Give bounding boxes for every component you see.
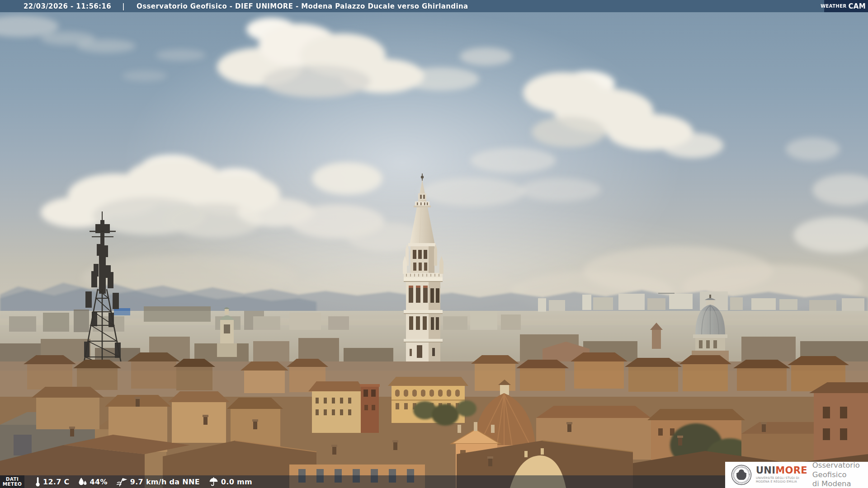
wind-stat: 9.7 km/h da NNE [116,477,200,487]
dati-meteo-label: DATI METEO [0,475,24,488]
unimore-uni: UNI [756,465,775,476]
humidity-drops-icon [77,477,88,487]
webcam-page: { "header": { "timestamp": "22/03/2026 -… [0,0,868,488]
unimore-seal [731,465,752,485]
umbrella-icon [208,477,219,487]
temperature-stat: 12.7 C [35,476,70,487]
humidity-stat: 44% [77,477,108,487]
observatory-line1: Osservatorio Geofisico [812,461,868,479]
humidity-value: 44% [90,478,108,486]
dati-label-line2: METEO [3,482,22,487]
unimore-branding-box: UNIMORE UNIVERSITÀ DEGLI STUDI DI MODENA… [725,462,868,488]
thermometer-icon [35,476,41,487]
weathercam-logo: Weather Cam [824,0,868,12]
observatory-line2: di Modena [812,479,868,488]
weathercam-word2: Cam [849,2,866,10]
timestamp: 22/03/2026 - 11:56:16 [24,2,111,10]
temperature-value: 12.7 C [43,478,70,486]
wind-value: 9.7 km/h da NNE [130,478,200,486]
modena-panorama [0,0,868,488]
rain-stat: 0.0 mm [208,477,252,487]
wind-sock-icon [116,477,128,487]
separator: | [122,2,125,10]
unimore-wordmark: UNIMORE [756,466,807,475]
webcam-photo [0,0,868,488]
university-subtitle: UNIVERSITÀ DEGLI STUDI DI MODENA E REGGI… [756,477,807,483]
observatory-name: Osservatorio Geofisico di Modena [812,461,868,488]
top-info-bar: 22/03/2026 - 11:56:16 | Osservatorio Geo… [0,0,868,12]
page-title: Osservatorio Geofisico - DIEF UNIMORE - … [137,2,468,10]
rain-value: 0.0 mm [221,478,252,486]
university-line2: MODENA E REGGIO EMILIA [756,480,807,484]
unimore-more: MORE [775,465,807,476]
unimore-wordmark-block: UNIMORE UNIVERSITÀ DEGLI STUDI DI MODENA… [756,466,807,483]
weathercam-word1: Weather [821,4,846,9]
